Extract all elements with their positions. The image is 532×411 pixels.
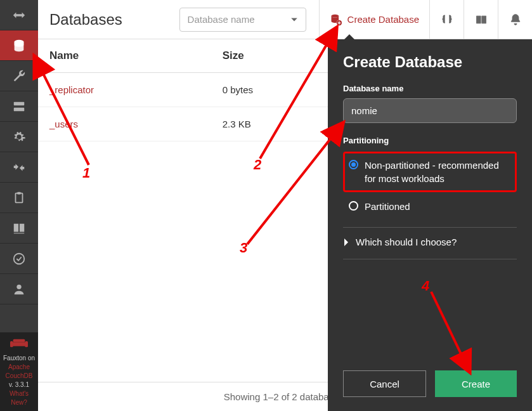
json-button[interactable]: [429, 0, 464, 39]
svg-rect-7: [12, 342, 26, 346]
svg-rect-1: [14, 101, 25, 105]
partitioning-label: Partitioning: [343, 136, 517, 145]
db-name-cell[interactable]: _users: [38, 107, 211, 141]
radio-partitioned[interactable]: Partitioned: [343, 197, 517, 216]
wrench-icon: [12, 69, 26, 83]
replication-icon: [12, 160, 26, 174]
svg-rect-4: [17, 192, 21, 194]
database-icon: [12, 39, 26, 53]
svg-rect-10: [13, 339, 25, 342]
divider: [343, 259, 517, 259]
gear-icon: [12, 130, 26, 144]
footer-apache[interactable]: Apache: [1, 363, 37, 372]
arrows-h-icon: [12, 8, 26, 22]
help-expand[interactable]: Which should I choose?: [343, 237, 517, 247]
sidebar-item-verify[interactable]: [0, 244, 38, 274]
create-database-button[interactable]: Create Database: [319, 0, 429, 39]
radio-dot-icon: [349, 160, 358, 169]
sidebar-item-user[interactable]: [0, 274, 38, 304]
sidebar-item-databases[interactable]: [0, 30, 38, 61]
svg-rect-3: [16, 193, 23, 202]
db-name-cell[interactable]: _replicator: [38, 73, 211, 107]
left-sidebar: Fauxton on Apache CouchDB v. 3.3.1 What'…: [0, 0, 38, 411]
topbar-right: Create Database: [319, 0, 532, 39]
sidebar-item-setup[interactable]: [0, 61, 38, 91]
create-database-panel: Create Database Database name Partitioni…: [328, 39, 532, 411]
footer-couchdb[interactable]: CouchDB: [1, 372, 37, 381]
panel-actions: Cancel Create: [343, 370, 517, 397]
sidebar-item-docs[interactable]: [0, 213, 38, 244]
radio-dot-icon: [349, 201, 358, 211]
db-name-input[interactable]: [343, 98, 517, 123]
selector-placeholder: Database name: [188, 14, 255, 25]
radio-label: Non-partitioned - recommended for most w…: [365, 159, 511, 185]
db-name-label: Database name: [343, 84, 517, 93]
radio-non-partitioned[interactable]: Non-partitioned - recommended for most w…: [349, 159, 511, 185]
svg-rect-2: [14, 107, 25, 111]
sidebar-item-config[interactable]: [0, 122, 38, 152]
svg-rect-8: [10, 341, 13, 347]
couch-icon: [1, 337, 37, 351]
footer-version: v. 3.3.1: [1, 381, 37, 389]
panel-title: Create Database: [343, 53, 517, 71]
caret-down-icon: [290, 16, 298, 23]
svg-rect-9: [25, 341, 28, 347]
clipboard-icon: [12, 191, 26, 205]
chevron-right-icon: [343, 238, 349, 247]
radio-label: Partitioned: [365, 200, 410, 213]
sidebar-item-tasks[interactable]: [0, 91, 38, 122]
bell-icon: [509, 13, 522, 26]
sidebar-item-expand[interactable]: [0, 0, 38, 30]
check-circle-icon: [12, 252, 26, 266]
create-button[interactable]: Create: [435, 370, 517, 397]
topbar: Databases Database name Create Database: [38, 0, 532, 39]
partitioning-group-highlighted: Non-partitioned - recommended for most w…: [343, 152, 517, 192]
database-selector[interactable]: Database name: [179, 8, 306, 32]
svg-point-11: [331, 14, 339, 17]
braces-icon: [441, 13, 453, 26]
notifications-button[interactable]: [498, 0, 532, 39]
col-name[interactable]: Name: [38, 39, 211, 73]
divider: [343, 227, 517, 228]
help-label: Which should I choose?: [356, 237, 457, 247]
sidebar-item-clipboard[interactable]: [0, 183, 38, 213]
sidebar-item-replication[interactable]: [0, 152, 38, 183]
svg-point-5: [14, 253, 25, 264]
footer-on: Fauxton on: [1, 354, 37, 363]
book-icon: [12, 221, 26, 235]
sidebar-footer: Fauxton on Apache CouchDB v. 3.3.1 What'…: [0, 332, 38, 411]
docs-button[interactable]: [464, 0, 498, 39]
database-plus-icon: [330, 13, 342, 26]
book-open-icon: [475, 13, 488, 26]
user-icon: [12, 282, 26, 296]
page-title: Databases: [38, 11, 122, 29]
main-area: Databases Database name Create Database: [38, 0, 532, 411]
server-icon: [12, 100, 26, 114]
create-database-label: Create Database: [347, 14, 419, 25]
footer-whatsnew[interactable]: What's New?: [1, 389, 37, 407]
cancel-button[interactable]: Cancel: [343, 370, 426, 397]
svg-point-6: [16, 284, 21, 289]
